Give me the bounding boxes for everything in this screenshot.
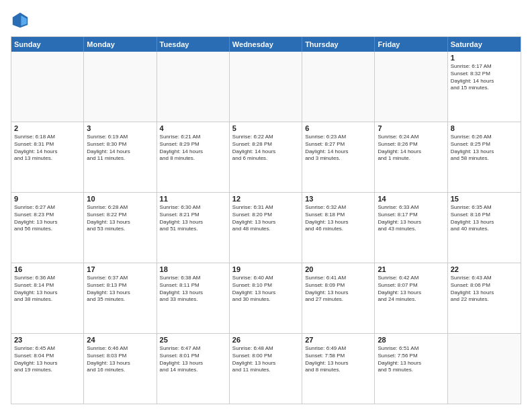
day-info: Sunrise: 6:47 AM Sunset: 8:01 PM Dayligh…: [160, 345, 226, 374]
day-number: 15: [451, 195, 518, 203]
day-number: 3: [87, 124, 153, 132]
day-info: Sunrise: 6:36 AM Sunset: 8:14 PM Dayligh…: [14, 275, 81, 304]
day-number: 17: [87, 265, 153, 273]
day-number: 11: [160, 195, 226, 203]
day-info: Sunrise: 6:17 AM Sunset: 8:32 PM Dayligh…: [451, 63, 518, 92]
calendar-cell: [448, 334, 521, 404]
calendar-cell: [375, 52, 447, 122]
day-info: Sunrise: 6:23 AM Sunset: 8:27 PM Dayligh…: [305, 134, 371, 163]
calendar-header-cell: Monday: [84, 37, 157, 52]
calendar-cell: 15Sunrise: 6:35 AM Sunset: 8:16 PM Dayli…: [448, 193, 521, 263]
day-number: 28: [378, 336, 444, 344]
day-info: Sunrise: 6:19 AM Sunset: 8:30 PM Dayligh…: [87, 134, 153, 163]
calendar-cell: [157, 52, 230, 122]
day-number: 2: [14, 124, 81, 132]
logo: [11, 11, 32, 30]
page: SundayMondayTuesdayWednesdayThursdayFrid…: [0, 0, 532, 411]
calendar-row: 1Sunrise: 6:17 AM Sunset: 8:32 PM Daylig…: [11, 52, 521, 122]
day-info: Sunrise: 6:31 AM Sunset: 8:20 PM Dayligh…: [232, 204, 299, 233]
calendar-header-cell: Wednesday: [230, 37, 302, 52]
calendar-cell: 18Sunrise: 6:38 AM Sunset: 8:11 PM Dayli…: [157, 263, 230, 333]
calendar-cell: 3Sunrise: 6:19 AM Sunset: 8:30 PM Daylig…: [84, 122, 157, 192]
calendar-header-cell: Saturday: [448, 37, 521, 52]
day-number: 12: [232, 195, 299, 203]
calendar-cell: [302, 52, 375, 122]
day-info: Sunrise: 6:24 AM Sunset: 8:26 PM Dayligh…: [378, 134, 444, 163]
calendar-cell: 10Sunrise: 6:28 AM Sunset: 8:22 PM Dayli…: [84, 193, 157, 263]
day-number: 25: [160, 336, 226, 344]
day-info: Sunrise: 6:43 AM Sunset: 8:06 PM Dayligh…: [451, 275, 518, 304]
header: [11, 11, 521, 30]
calendar-cell: 25Sunrise: 6:47 AM Sunset: 8:01 PM Dayli…: [157, 334, 230, 404]
calendar-header-cell: Tuesday: [157, 37, 230, 52]
calendar-cell: 13Sunrise: 6:32 AM Sunset: 8:18 PM Dayli…: [302, 193, 375, 263]
day-number: 26: [232, 336, 299, 344]
day-info: Sunrise: 6:33 AM Sunset: 8:17 PM Dayligh…: [378, 204, 444, 233]
calendar-row: 23Sunrise: 6:45 AM Sunset: 8:04 PM Dayli…: [11, 333, 521, 404]
calendar-row: 9Sunrise: 6:27 AM Sunset: 8:23 PM Daylig…: [11, 192, 521, 263]
calendar-cell: 1Sunrise: 6:17 AM Sunset: 8:32 PM Daylig…: [448, 52, 521, 122]
calendar-cell: 17Sunrise: 6:37 AM Sunset: 8:13 PM Dayli…: [84, 263, 157, 333]
calendar-cell: 23Sunrise: 6:45 AM Sunset: 8:04 PM Dayli…: [11, 334, 84, 404]
day-number: 4: [160, 124, 226, 132]
day-info: Sunrise: 6:27 AM Sunset: 8:23 PM Dayligh…: [14, 204, 81, 233]
day-number: 13: [305, 195, 371, 203]
calendar-cell: 20Sunrise: 6:41 AM Sunset: 8:09 PM Dayli…: [302, 263, 375, 333]
calendar-cell: 7Sunrise: 6:24 AM Sunset: 8:26 PM Daylig…: [375, 122, 447, 192]
calendar-cell: 28Sunrise: 6:51 AM Sunset: 7:56 PM Dayli…: [375, 334, 447, 404]
day-number: 14: [378, 195, 444, 203]
day-number: 23: [14, 336, 81, 344]
calendar-row: 16Sunrise: 6:36 AM Sunset: 8:14 PM Dayli…: [11, 263, 521, 333]
day-info: Sunrise: 6:41 AM Sunset: 8:09 PM Dayligh…: [305, 275, 371, 304]
calendar-cell: 12Sunrise: 6:31 AM Sunset: 8:20 PM Dayli…: [230, 193, 302, 263]
calendar-cell: 9Sunrise: 6:27 AM Sunset: 8:23 PM Daylig…: [11, 193, 84, 263]
calendar-header-cell: Thursday: [302, 37, 375, 52]
day-info: Sunrise: 6:32 AM Sunset: 8:18 PM Dayligh…: [305, 204, 371, 233]
day-number: 7: [378, 124, 444, 132]
day-info: Sunrise: 6:48 AM Sunset: 8:00 PM Dayligh…: [232, 345, 299, 374]
day-info: Sunrise: 6:35 AM Sunset: 8:16 PM Dayligh…: [451, 204, 518, 233]
calendar-cell: 14Sunrise: 6:33 AM Sunset: 8:17 PM Dayli…: [375, 193, 447, 263]
day-number: 16: [14, 265, 81, 273]
day-info: Sunrise: 6:21 AM Sunset: 8:29 PM Dayligh…: [160, 134, 226, 163]
day-number: 20: [305, 265, 371, 273]
calendar-cell: 24Sunrise: 6:46 AM Sunset: 8:03 PM Dayli…: [84, 334, 157, 404]
calendar-cell: [11, 52, 84, 122]
day-number: 18: [160, 265, 226, 273]
day-number: 10: [87, 195, 153, 203]
calendar-cell: [230, 52, 302, 122]
day-number: 9: [14, 195, 81, 203]
day-info: Sunrise: 6:18 AM Sunset: 8:31 PM Dayligh…: [14, 134, 81, 163]
calendar: SundayMondayTuesdayWednesdayThursdayFrid…: [11, 36, 521, 404]
day-info: Sunrise: 6:51 AM Sunset: 7:56 PM Dayligh…: [378, 345, 444, 374]
day-number: 1: [451, 54, 518, 62]
calendar-cell: 19Sunrise: 6:40 AM Sunset: 8:10 PM Dayli…: [230, 263, 302, 333]
day-number: 21: [378, 265, 444, 273]
calendar-cell: 16Sunrise: 6:36 AM Sunset: 8:14 PM Dayli…: [11, 263, 84, 333]
day-number: 27: [305, 336, 371, 344]
calendar-header-cell: Friday: [375, 37, 447, 52]
calendar-cell: 11Sunrise: 6:30 AM Sunset: 8:21 PM Dayli…: [157, 193, 230, 263]
day-info: Sunrise: 6:40 AM Sunset: 8:10 PM Dayligh…: [232, 275, 299, 304]
calendar-row: 2Sunrise: 6:18 AM Sunset: 8:31 PM Daylig…: [11, 122, 521, 192]
calendar-cell: 27Sunrise: 6:49 AM Sunset: 7:58 PM Dayli…: [302, 334, 375, 404]
day-number: 5: [232, 124, 299, 132]
day-info: Sunrise: 6:49 AM Sunset: 7:58 PM Dayligh…: [305, 345, 371, 374]
day-info: Sunrise: 6:45 AM Sunset: 8:04 PM Dayligh…: [14, 345, 81, 374]
calendar-cell: [84, 52, 157, 122]
day-info: Sunrise: 6:30 AM Sunset: 8:21 PM Dayligh…: [160, 204, 226, 233]
calendar-cell: 8Sunrise: 6:26 AM Sunset: 8:25 PM Daylig…: [448, 122, 521, 192]
calendar-header: SundayMondayTuesdayWednesdayThursdayFrid…: [11, 37, 521, 52]
day-info: Sunrise: 6:26 AM Sunset: 8:25 PM Dayligh…: [451, 134, 518, 163]
day-info: Sunrise: 6:28 AM Sunset: 8:22 PM Dayligh…: [87, 204, 153, 233]
day-number: 19: [232, 265, 299, 273]
day-info: Sunrise: 6:38 AM Sunset: 8:11 PM Dayligh…: [160, 275, 226, 304]
calendar-cell: 2Sunrise: 6:18 AM Sunset: 8:31 PM Daylig…: [11, 122, 84, 192]
calendar-cell: 26Sunrise: 6:48 AM Sunset: 8:00 PM Dayli…: [230, 334, 302, 404]
day-info: Sunrise: 6:46 AM Sunset: 8:03 PM Dayligh…: [87, 345, 153, 374]
day-info: Sunrise: 6:22 AM Sunset: 8:28 PM Dayligh…: [232, 134, 299, 163]
calendar-cell: 4Sunrise: 6:21 AM Sunset: 8:29 PM Daylig…: [157, 122, 230, 192]
day-info: Sunrise: 6:42 AM Sunset: 8:07 PM Dayligh…: [378, 275, 444, 304]
calendar-header-cell: Sunday: [11, 37, 84, 52]
calendar-cell: 6Sunrise: 6:23 AM Sunset: 8:27 PM Daylig…: [302, 122, 375, 192]
